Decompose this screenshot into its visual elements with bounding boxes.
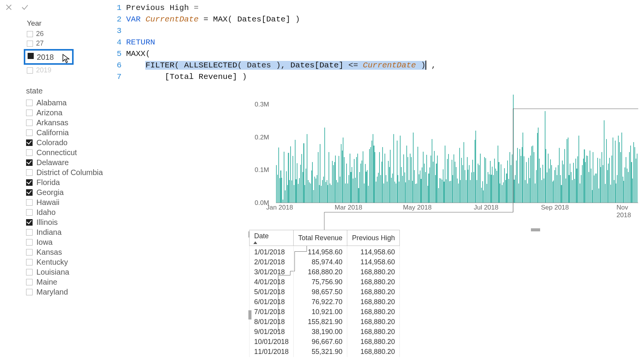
- state-item[interactable]: Indiana: [26, 227, 113, 237]
- state-item-label: Illinois: [36, 218, 58, 227]
- year-item[interactable]: 26: [27, 29, 113, 39]
- state-item[interactable]: Maine: [26, 277, 113, 287]
- state-item-label: Louisiana: [36, 268, 69, 277]
- state-item-label: Indiana: [36, 228, 62, 237]
- state-item[interactable]: Alabama: [26, 98, 113, 108]
- state-item[interactable]: Iowa: [26, 237, 113, 247]
- year-slicer-title: Year: [27, 19, 113, 28]
- checkbox-icon[interactable]: [26, 100, 33, 106]
- column-header[interactable]: Previous High: [347, 230, 400, 246]
- year-item-2019[interactable]: 2019: [27, 66, 113, 75]
- state-item[interactable]: Georgia: [26, 187, 113, 197]
- state-item-label: Georgia: [36, 188, 64, 197]
- state-item[interactable]: District of Columbia: [26, 167, 113, 177]
- year-item-2018[interactable]: 2018: [24, 49, 74, 65]
- checkbox-icon[interactable]: [26, 129, 33, 136]
- state-item[interactable]: Colorado: [26, 138, 113, 147]
- state-item[interactable]: Louisiana: [26, 267, 113, 277]
- table-row[interactable]: 8/01/2018155,821.90168,880.20: [250, 317, 400, 327]
- checkbox-icon[interactable]: [26, 209, 33, 216]
- cursor-icon: [62, 54, 71, 64]
- state-item[interactable]: Kentucky: [26, 257, 113, 267]
- state-item-label: California: [36, 128, 69, 137]
- checkbox-icon[interactable]: [26, 269, 33, 275]
- chart-x-axis: Jan 2018Mar 2018May 2018Jul 2018Sep 2018…: [276, 204, 638, 215]
- checkbox-icon[interactable]: [26, 149, 33, 156]
- table-row[interactable]: 10/01/201896,667.60168,880.20: [250, 337, 400, 347]
- column-header[interactable]: Date: [250, 230, 294, 246]
- table-row[interactable]: 7/01/201810,921.00168,880.20: [250, 307, 400, 317]
- checkbox-icon[interactable]: [26, 289, 33, 295]
- table-row[interactable]: 11/01/201855,321.90168,880.20: [250, 347, 400, 357]
- state-item[interactable]: California: [26, 128, 113, 138]
- state-item-label: Alabama: [36, 98, 67, 107]
- data-table[interactable]: DateTotal RevenuePrevious High1/01/20181…: [249, 230, 638, 357]
- state-item-label: Arkansas: [36, 118, 68, 127]
- checkbox-icon[interactable]: [26, 239, 33, 246]
- scrollbar-handle[interactable]: [248, 310, 251, 319]
- checkbox-icon[interactable]: [26, 259, 33, 265]
- state-item-label: Kentucky: [36, 258, 68, 267]
- checkbox-icon[interactable]: [26, 179, 33, 186]
- year-slicer: Year 2627 2018 2019: [0, 16, 113, 75]
- state-slicer-title: state: [26, 87, 113, 95]
- cancel-formula-icon[interactable]: [5, 3, 13, 13]
- resize-handle-icon[interactable]: [531, 228, 540, 231]
- state-item-label: District of Columbia: [36, 168, 103, 177]
- table-row[interactable]: 5/01/201898,657.50168,880.20: [250, 287, 400, 297]
- chart-y-axis: 0.0M0.1M0.2M0.3M: [249, 88, 272, 203]
- state-item-label: Florida: [36, 178, 60, 187]
- checkbox-icon[interactable]: [26, 139, 33, 146]
- state-item-label: Idaho: [36, 208, 56, 217]
- commit-formula-icon[interactable]: [21, 3, 29, 13]
- state-slicer: state AlabamaArizonaArkansasCaliforniaCo…: [0, 75, 113, 297]
- checkbox-icon[interactable]: [26, 189, 33, 196]
- state-item[interactable]: Idaho: [26, 207, 113, 217]
- state-item[interactable]: Illinois: [26, 217, 113, 227]
- year-item[interactable]: 27: [27, 39, 113, 48]
- checkbox-icon[interactable]: [26, 159, 33, 166]
- table-row[interactable]: 9/01/201838,190.00168,880.20: [250, 327, 400, 337]
- state-item[interactable]: Florida: [26, 177, 113, 187]
- state-item-label: Connecticut: [36, 148, 77, 157]
- table-row[interactable]: 3/01/2018168,880.20168,880.20: [250, 267, 400, 277]
- table-row[interactable]: 4/01/201875,756.90168,880.20: [250, 277, 400, 287]
- formula-editor[interactable]: 1Previous High =2VAR CurrentDate = MAX( …: [113, 0, 644, 83]
- state-item[interactable]: Hawaii: [26, 197, 113, 207]
- table-row[interactable]: 6/01/201876,922.70168,880.20: [250, 297, 400, 307]
- state-item[interactable]: Arkansas: [26, 118, 113, 128]
- state-item-label: Maine: [36, 278, 57, 287]
- combo-chart[interactable]: 0.0M0.1M0.2M0.3M Jan 2018Mar 2018May 201…: [249, 88, 638, 215]
- column-header[interactable]: Total Revenue: [294, 230, 347, 246]
- state-item[interactable]: Maryland: [26, 287, 113, 297]
- chart-plot-area: [276, 88, 638, 203]
- checkbox-icon[interactable]: [26, 199, 33, 206]
- checkbox-icon[interactable]: [26, 169, 33, 176]
- state-item-label: Colorado: [36, 138, 67, 147]
- state-item[interactable]: Connecticut: [26, 147, 113, 157]
- table-row[interactable]: 2/01/201885,974.40114,958.60: [250, 257, 400, 267]
- state-item-label: Arizona: [36, 108, 62, 117]
- state-item-label: Delaware: [36, 158, 69, 167]
- checkbox-icon[interactable]: [26, 110, 33, 116]
- state-item[interactable]: Arizona: [26, 108, 113, 118]
- checkbox-icon[interactable]: [26, 229, 33, 236]
- table-row[interactable]: 1/01/2018114,958.60114,958.60: [250, 246, 400, 257]
- state-item[interactable]: Delaware: [26, 157, 113, 167]
- checkbox-icon[interactable]: [26, 120, 33, 126]
- state-item[interactable]: Kansas: [26, 247, 113, 257]
- checkbox-icon[interactable]: [26, 219, 33, 226]
- state-item-label: Kansas: [36, 248, 62, 257]
- state-item-label: Maryland: [36, 288, 68, 296]
- state-item-label: Hawaii: [36, 198, 59, 207]
- state-item-label: Iowa: [36, 238, 53, 247]
- checkbox-icon[interactable]: [26, 249, 33, 256]
- checkbox-icon[interactable]: [26, 279, 33, 285]
